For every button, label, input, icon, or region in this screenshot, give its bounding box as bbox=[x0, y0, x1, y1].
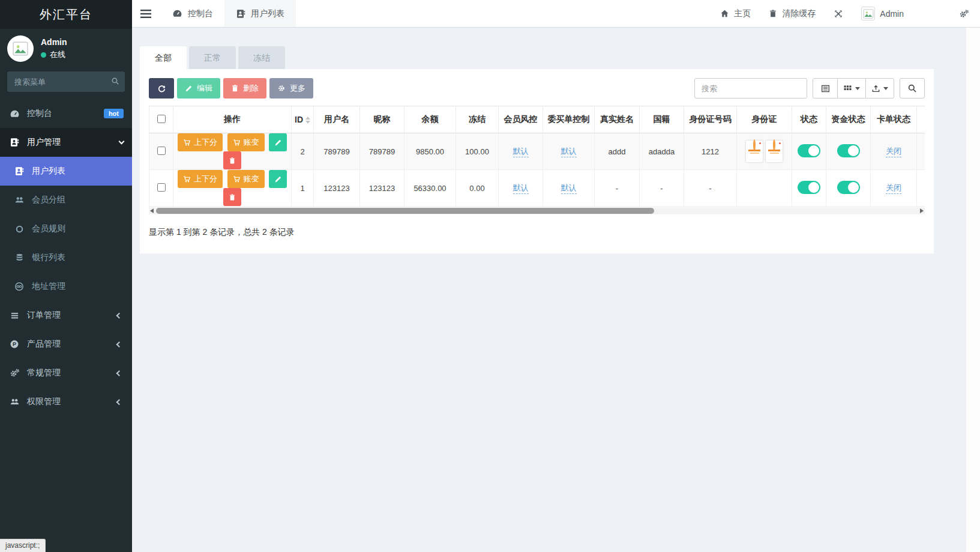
filter-tab-frozen[interactable]: 冻结 bbox=[238, 46, 285, 69]
delete-row-button[interactable] bbox=[223, 188, 241, 206]
admin-profile[interactable]: Admin bbox=[861, 7, 904, 20]
col-frozen: 冻结 bbox=[456, 106, 499, 133]
sidebar-item-product-management[interactable]: P 产品管理 bbox=[0, 330, 132, 359]
col-risk: 会员风控 bbox=[499, 106, 543, 133]
sidebar-item-address-management[interactable]: 地址管理 bbox=[0, 272, 132, 301]
advanced-search-button[interactable] bbox=[900, 78, 925, 99]
filter-tab-normal[interactable]: 正常 bbox=[189, 46, 236, 69]
table-header-row: 操作 ID 用户名 昵称 余额 冻结 会员风控 委买单控制 真实姓名 国籍 身份… bbox=[149, 106, 925, 133]
risk-link[interactable]: 默认 bbox=[513, 183, 529, 194]
updown-points-button[interactable]: 上下分 bbox=[178, 133, 223, 151]
sidebar-search bbox=[7, 71, 125, 92]
scroll-right-arrow[interactable] bbox=[919, 208, 925, 213]
sidebar-item-bank-list[interactable]: 银行列表 bbox=[0, 243, 132, 272]
table-search-input[interactable] bbox=[694, 78, 807, 99]
id-card-front-image[interactable] bbox=[746, 141, 763, 162]
card-status-link[interactable]: 关闭 bbox=[886, 183, 901, 194]
page-scrollbar[interactable] bbox=[966, 28, 980, 552]
refresh-button[interactable] bbox=[149, 78, 174, 99]
delete-button[interactable]: 删除 bbox=[223, 78, 266, 99]
col-status: 状态 bbox=[792, 106, 826, 133]
status-filter-tabs: 全部 正常 冻结 bbox=[140, 46, 934, 69]
hot-badge: hot bbox=[104, 109, 124, 118]
delete-row-button[interactable] bbox=[223, 151, 241, 169]
sidebar-item-user-list[interactable]: 用户列表 bbox=[0, 157, 132, 186]
tab-dashboard[interactable]: 控制台 bbox=[161, 0, 224, 27]
sidebar-item-dashboard[interactable]: 控制台 hot bbox=[0, 99, 132, 128]
caret-down-icon bbox=[855, 87, 860, 90]
scrollbar-thumb[interactable] bbox=[156, 208, 654, 214]
record-count-info: 显示第 1 到第 2 条记录，总共 2 条记录 bbox=[149, 227, 925, 238]
columns-button[interactable] bbox=[837, 78, 866, 99]
account-change-button[interactable]: 账变 bbox=[227, 170, 265, 188]
sidebar-item-permission-management[interactable]: 权限管理 bbox=[0, 387, 132, 416]
address-card-icon bbox=[13, 166, 25, 176]
product-icon: P bbox=[8, 339, 20, 349]
browser-status-tooltip: javascript:; bbox=[0, 539, 46, 552]
col-fund-status: 资金状态 bbox=[826, 106, 871, 133]
top-navbar: 控制台 用户列表 主页 清除缓存 Admin bbox=[132, 0, 980, 28]
svg-text:P: P bbox=[13, 341, 16, 347]
user-name: Admin bbox=[41, 37, 67, 47]
cell-id: 1 bbox=[292, 170, 314, 207]
caret-down-icon bbox=[883, 87, 888, 90]
sidebar-item-member-rules[interactable]: 会员规则 bbox=[0, 214, 132, 243]
sidebar-item-general-management[interactable]: 常规管理 bbox=[0, 359, 132, 387]
filter-tab-all[interactable]: 全部 bbox=[140, 46, 187, 69]
hamburger-menu-icon[interactable] bbox=[132, 0, 161, 27]
sidebar-item-order-management[interactable]: 订单管理 bbox=[0, 301, 132, 330]
tab-user-list[interactable]: 用户列表 bbox=[224, 0, 296, 27]
gear-icon bbox=[277, 84, 286, 93]
col-id[interactable]: ID bbox=[292, 106, 314, 133]
order-control-link[interactable]: 默认 bbox=[561, 183, 577, 194]
id-card-images[interactable] bbox=[746, 141, 783, 162]
fullscreen-icon[interactable] bbox=[834, 9, 843, 19]
select-all-cell bbox=[149, 106, 173, 133]
risk-link[interactable]: 默认 bbox=[513, 147, 529, 157]
pencil-icon bbox=[274, 175, 282, 183]
row-checkbox[interactable] bbox=[157, 147, 166, 155]
pencil-icon bbox=[185, 85, 193, 93]
edit-row-button[interactable] bbox=[269, 133, 287, 151]
settings-gear-icon[interactable] bbox=[959, 9, 969, 19]
table-view-buttons bbox=[813, 78, 894, 99]
select-all-checkbox[interactable] bbox=[157, 115, 166, 123]
horizontal-scrollbar[interactable] bbox=[149, 207, 925, 214]
address-card-icon bbox=[236, 9, 245, 19]
more-button[interactable]: 更多 bbox=[269, 78, 313, 99]
card-status-link[interactable]: 关闭 bbox=[886, 147, 901, 157]
broken-image-icon bbox=[863, 9, 874, 19]
row-checkbox[interactable] bbox=[157, 183, 166, 192]
edit-row-button[interactable] bbox=[269, 170, 287, 188]
online-dot-icon bbox=[41, 52, 46, 58]
clear-cache-link[interactable]: 清除缓存 bbox=[769, 8, 816, 19]
gauge-icon bbox=[172, 8, 182, 19]
export-button[interactable] bbox=[865, 78, 894, 99]
scroll-left-arrow[interactable] bbox=[149, 208, 155, 213]
sort-icon[interactable] bbox=[305, 117, 310, 124]
fund-status-toggle[interactable] bbox=[837, 181, 860, 194]
col-username: 用户名 bbox=[314, 106, 360, 133]
col-balance: 余额 bbox=[404, 106, 456, 133]
cell-nationality: adadda bbox=[640, 133, 684, 170]
detail-view-button[interactable] bbox=[813, 78, 838, 99]
home-link[interactable]: 主页 bbox=[720, 8, 751, 19]
user-table: 操作 ID 用户名 昵称 余额 冻结 会员风控 委买单控制 真实姓名 国籍 身份… bbox=[149, 106, 925, 207]
col-realname: 真实姓名 bbox=[595, 106, 640, 133]
sidebar-search-input[interactable] bbox=[7, 71, 125, 92]
fund-status-toggle[interactable] bbox=[837, 144, 860, 157]
updown-points-button[interactable]: 上下分 bbox=[178, 170, 223, 188]
sidebar-item-member-groups[interactable]: 会员分组 bbox=[0, 186, 132, 214]
account-change-button[interactable]: 账变 bbox=[227, 133, 265, 151]
edit-button[interactable]: 编辑 bbox=[177, 78, 220, 99]
id-card-back-image[interactable] bbox=[766, 141, 783, 162]
search-icon[interactable] bbox=[111, 77, 119, 85]
order-control-link[interactable]: 默认 bbox=[561, 147, 577, 157]
status-toggle[interactable] bbox=[798, 181, 820, 194]
cart-icon bbox=[233, 175, 241, 183]
sidebar-item-user-management[interactable]: 用户管理 bbox=[0, 128, 132, 157]
status-toggle[interactable] bbox=[798, 144, 820, 157]
col-order-control: 委买单控制 bbox=[543, 106, 595, 133]
database-icon bbox=[13, 253, 25, 262]
col-nickname: 昵称 bbox=[360, 106, 404, 133]
